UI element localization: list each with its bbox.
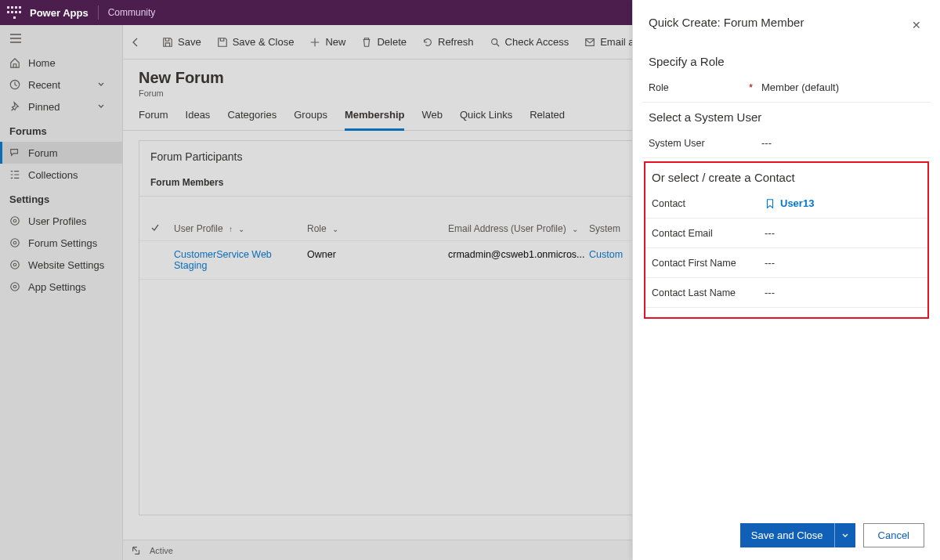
tab-web[interactable]: Web: [421, 109, 443, 130]
svg-point-7: [11, 283, 20, 291]
cancel-button[interactable]: Cancel: [863, 523, 924, 547]
quick-create-title: Quick Create: Forum Member: [649, 16, 804, 29]
section-specify-role: Specify a Role: [642, 47, 931, 73]
row-role: Owner: [307, 249, 448, 271]
contact-lookup-value[interactable]: User13: [765, 197, 921, 209]
cmd-save[interactable]: Save: [154, 25, 209, 59]
cmd-refresh[interactable]: Refresh: [414, 25, 482, 59]
svg-point-6: [13, 263, 16, 266]
nav-recent[interactable]: Recent: [0, 74, 122, 96]
svg-point-1: [11, 217, 20, 226]
svg-point-5: [11, 261, 20, 269]
cmd-check-access[interactable]: Check Access: [482, 25, 577, 59]
popout-icon[interactable]: [131, 545, 142, 556]
nav-app-settings[interactable]: App Settings: [0, 276, 122, 298]
svg-point-3: [11, 239, 20, 247]
nav-group-settings: Settings: [0, 186, 122, 210]
nav-pinned-label: Pinned: [28, 101, 60, 113]
quick-create-panel: Quick Create: Forum Member ✕ Specify a R…: [632, 0, 940, 560]
tab-forum[interactable]: Forum: [139, 109, 168, 130]
nav-toggle[interactable]: [0, 25, 122, 52]
save-close-split-button: Save and Close: [740, 523, 855, 547]
field-contact-email[interactable]: Contact Email ---: [645, 219, 927, 248]
nav-forum[interactable]: Forum: [0, 142, 122, 164]
nav-collections[interactable]: Collections: [0, 164, 122, 186]
chevron-down-icon: ⌄: [572, 225, 578, 233]
nav-group-forums: Forums: [0, 117, 122, 142]
nav-user-profiles[interactable]: User Profiles: [0, 210, 122, 232]
save-close-chevron[interactable]: [834, 523, 855, 547]
tab-ideas[interactable]: Ideas: [186, 109, 211, 130]
tab-related[interactable]: Related: [530, 109, 565, 130]
field-contact[interactable]: Contact User13: [645, 189, 927, 219]
nav-home-label: Home: [28, 57, 56, 69]
svg-point-4: [13, 241, 16, 244]
field-role[interactable]: Role * Member (default): [642, 73, 931, 103]
environment-label: Community: [108, 7, 156, 18]
field-system-user[interactable]: System User ---: [642, 128, 931, 158]
section-select-system-user: Select a System User: [642, 103, 931, 128]
col-user-profile[interactable]: User Profile ↑ ⌄: [174, 223, 307, 234]
row-user-link[interactable]: CustomerService Web Staging: [174, 249, 307, 271]
sort-asc-icon: ↑: [229, 225, 233, 233]
nav-home[interactable]: Home: [0, 52, 122, 74]
chevron-down-icon: ⌄: [238, 225, 244, 233]
tab-membership[interactable]: Membership: [345, 109, 405, 131]
quick-create-footer: Save and Close Cancel: [633, 511, 940, 560]
chevron-down-icon: ⌄: [332, 225, 338, 233]
nav-recent-label: Recent: [28, 79, 60, 91]
row-email: crmadmin@csweb1.onmicros...: [448, 249, 589, 271]
chevron-down-icon: [97, 103, 105, 110]
tab-quick-links[interactable]: Quick Links: [460, 109, 512, 130]
nav-website-settings[interactable]: Website Settings: [0, 254, 122, 276]
status-text: Active: [150, 546, 173, 555]
col-email[interactable]: Email Address (User Profile) ⌄: [448, 223, 589, 234]
field-contact-last-name[interactable]: Contact Last Name ---: [645, 278, 927, 308]
nav-collections-label: Collections: [28, 169, 78, 181]
divider: [98, 5, 99, 20]
nav-forum-settings[interactable]: Forum Settings: [0, 232, 122, 254]
svg-point-9: [491, 38, 497, 44]
nav-pinned[interactable]: Pinned: [0, 96, 122, 117]
app-launcher-icon[interactable]: [6, 5, 22, 20]
tab-groups[interactable]: Groups: [294, 109, 327, 130]
col-role[interactable]: Role ⌄: [307, 223, 448, 234]
cmd-save-close[interactable]: Save & Close: [209, 25, 302, 59]
col-select[interactable]: [150, 223, 174, 234]
field-contact-first-name[interactable]: Contact First Name ---: [645, 248, 927, 278]
svg-point-8: [13, 285, 16, 288]
back-button[interactable]: [129, 36, 154, 49]
contact-icon: [765, 198, 776, 209]
svg-rect-10: [586, 38, 595, 45]
highlighted-contact-section: Or select / create a Contact Contact Use…: [644, 161, 929, 319]
svg-point-2: [13, 219, 16, 222]
save-and-close-button[interactable]: Save and Close: [740, 523, 834, 547]
section-or-contact: Or select / create a Contact: [645, 163, 927, 189]
cmd-delete[interactable]: Delete: [353, 25, 414, 59]
nav-forum-label: Forum: [28, 147, 58, 159]
chevron-down-icon: [97, 81, 105, 89]
close-button[interactable]: ✕: [909, 16, 924, 34]
brand-label: Power Apps: [30, 7, 89, 19]
tab-categories[interactable]: Categories: [227, 109, 277, 130]
left-nav: Home Recent Pinned Forums Forum Collecti…: [0, 25, 123, 560]
cmd-new[interactable]: New: [302, 25, 353, 59]
